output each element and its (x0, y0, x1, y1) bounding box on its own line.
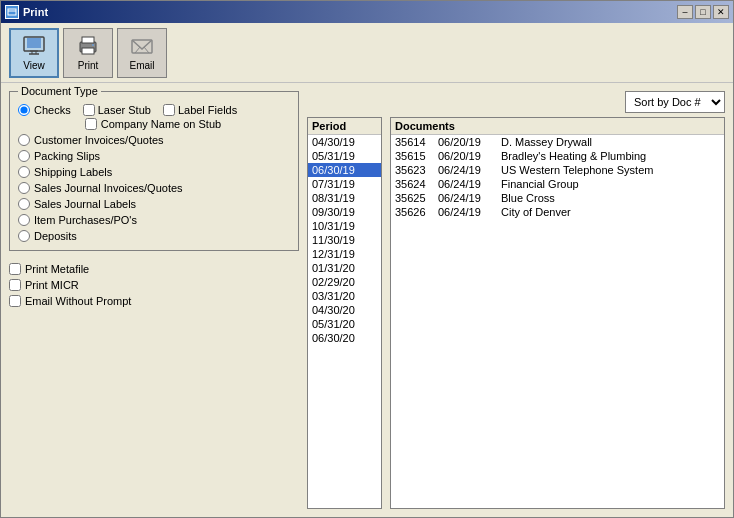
period-item[interactable]: 07/31/19 (308, 177, 381, 191)
title-bar: Print – □ ✕ (1, 1, 733, 23)
company-stub-label: Company Name on Stub (101, 118, 221, 130)
company-stub-row: Company Name on Stub (85, 118, 238, 130)
maximize-button[interactable]: □ (695, 5, 711, 19)
sales-labels-radio-row: Sales Journal Labels (18, 198, 290, 210)
checks-row: Checks Laser Stub Label Fields (18, 104, 290, 130)
label-fields-checkbox[interactable] (163, 104, 175, 116)
email-without-label: Email Without Prompt (25, 295, 131, 307)
print-metafile-checkbox[interactable] (9, 263, 21, 275)
printer-icon (76, 34, 100, 58)
period-item[interactable]: 01/31/20 (308, 261, 381, 275)
main-window: Print – □ ✕ View (0, 0, 734, 518)
sort-row: Sort by Doc # Sort by Date Sort by Name (307, 91, 725, 113)
email-label: Email (129, 60, 154, 71)
checks-options: Laser Stub Label Fields Company Name on … (83, 104, 238, 130)
email-button[interactable]: Email (117, 28, 167, 78)
doc-item[interactable]: 3562506/24/19Blue Cross (391, 191, 724, 205)
doc-name: Blue Cross (501, 192, 720, 204)
print-micr-checkbox[interactable] (9, 279, 21, 291)
packing-label: Packing Slips (34, 150, 100, 162)
window-icon (5, 5, 19, 19)
title-bar-left: Print (5, 5, 48, 19)
doc-name: D. Massey Drywall (501, 136, 720, 148)
doc-item[interactable]: 3562406/24/19Financial Group (391, 177, 724, 191)
shipping-radio[interactable] (18, 166, 30, 178)
doc-num: 35614 (395, 136, 430, 148)
period-list[interactable]: Period 04/30/1905/31/1906/30/1907/31/190… (307, 117, 382, 509)
doc-num: 35624 (395, 178, 430, 190)
customer-label: Customer Invoices/Quotes (34, 134, 164, 146)
toolbar: View Print Email (1, 23, 733, 83)
shipping-label: Shipping Labels (34, 166, 112, 178)
doc-num: 35615 (395, 150, 430, 162)
period-item[interactable]: 03/31/20 (308, 289, 381, 303)
email-without-row: Email Without Prompt (9, 295, 299, 307)
document-type-group: Document Type Checks Laser Stub (9, 91, 299, 251)
period-item[interactable]: 05/31/20 (308, 317, 381, 331)
print-micr-label: Print MICR (25, 279, 79, 291)
print-label: Print (78, 60, 99, 71)
period-item[interactable]: 04/30/20 (308, 303, 381, 317)
right-panel: Sort by Doc # Sort by Date Sort by Name … (307, 91, 725, 509)
bottom-checkboxes: Print Metafile Print MICR Email Without … (9, 263, 299, 307)
left-panel: Document Type Checks Laser Stub (9, 91, 299, 509)
doc-item[interactable]: 3561506/20/19Bradley's Heating & Plumbin… (391, 149, 724, 163)
email-icon (130, 34, 154, 58)
doc-item[interactable]: 3562606/24/19City of Denver (391, 205, 724, 219)
period-item[interactable]: 12/31/19 (308, 247, 381, 261)
period-item[interactable]: 11/30/19 (308, 233, 381, 247)
print-button[interactable]: Print (63, 28, 113, 78)
svg-rect-3 (27, 38, 41, 48)
doc-item[interactable]: 3562306/24/19US Western Telephone System (391, 163, 724, 177)
item-purchases-radio[interactable] (18, 214, 30, 226)
period-item[interactable]: 06/30/19 (308, 163, 381, 177)
sort-select[interactable]: Sort by Doc # Sort by Date Sort by Name (625, 91, 725, 113)
checks-label: Checks (34, 104, 71, 116)
doc-name: Financial Group (501, 178, 720, 190)
shipping-radio-row: Shipping Labels (18, 166, 290, 178)
checks-inline-options: Laser Stub Label Fields (83, 104, 238, 116)
doc-date: 06/24/19 (438, 192, 493, 204)
period-item[interactable]: 04/30/19 (308, 135, 381, 149)
item-purchases-radio-row: Item Purchases/PO's (18, 214, 290, 226)
svg-rect-9 (82, 37, 94, 43)
period-item[interactable]: 09/30/19 (308, 205, 381, 219)
sales-labels-radio[interactable] (18, 198, 30, 210)
sales-journal-label: Sales Journal Invoices/Quotes (34, 182, 183, 194)
period-header: Period (308, 118, 381, 135)
monitor-icon (22, 34, 46, 58)
laser-stub-checkbox[interactable] (83, 104, 95, 116)
documents-area: Period 04/30/1905/31/1906/30/1907/31/190… (307, 117, 725, 509)
period-item[interactable]: 05/31/19 (308, 149, 381, 163)
content-area: Document Type Checks Laser Stub (1, 83, 733, 517)
customer-radio[interactable] (18, 134, 30, 146)
close-button[interactable]: ✕ (713, 5, 729, 19)
period-item[interactable]: 08/31/19 (308, 191, 381, 205)
doc-name: City of Denver (501, 206, 720, 218)
sales-journal-radio[interactable] (18, 182, 30, 194)
email-without-checkbox[interactable] (9, 295, 21, 307)
window-controls: – □ ✕ (677, 5, 729, 19)
print-metafile-row: Print Metafile (9, 263, 299, 275)
doc-num: 35625 (395, 192, 430, 204)
packing-radio[interactable] (18, 150, 30, 162)
period-items-container: 04/30/1905/31/1906/30/1907/31/1908/31/19… (308, 135, 381, 345)
minimize-button[interactable]: – (677, 5, 693, 19)
company-stub-checkbox[interactable] (85, 118, 97, 130)
svg-rect-0 (8, 9, 16, 15)
doc-num: 35623 (395, 164, 430, 176)
docs-header: Documents (391, 118, 724, 135)
period-item[interactable]: 02/29/20 (308, 275, 381, 289)
period-item[interactable]: 10/31/19 (308, 219, 381, 233)
deposits-radio[interactable] (18, 230, 30, 242)
checks-radio[interactable] (18, 104, 30, 116)
view-button[interactable]: View (9, 28, 59, 78)
deposits-radio-row: Deposits (18, 230, 290, 242)
sales-journal-radio-row: Sales Journal Invoices/Quotes (18, 182, 290, 194)
doc-name: US Western Telephone System (501, 164, 720, 176)
period-item[interactable]: 06/30/20 (308, 331, 381, 345)
doc-date: 06/20/19 (438, 136, 493, 148)
doc-item[interactable]: 3561406/20/19D. Massey Drywall (391, 135, 724, 149)
doc-date: 06/20/19 (438, 150, 493, 162)
radio-group: Checks Laser Stub Label Fields (18, 104, 290, 242)
